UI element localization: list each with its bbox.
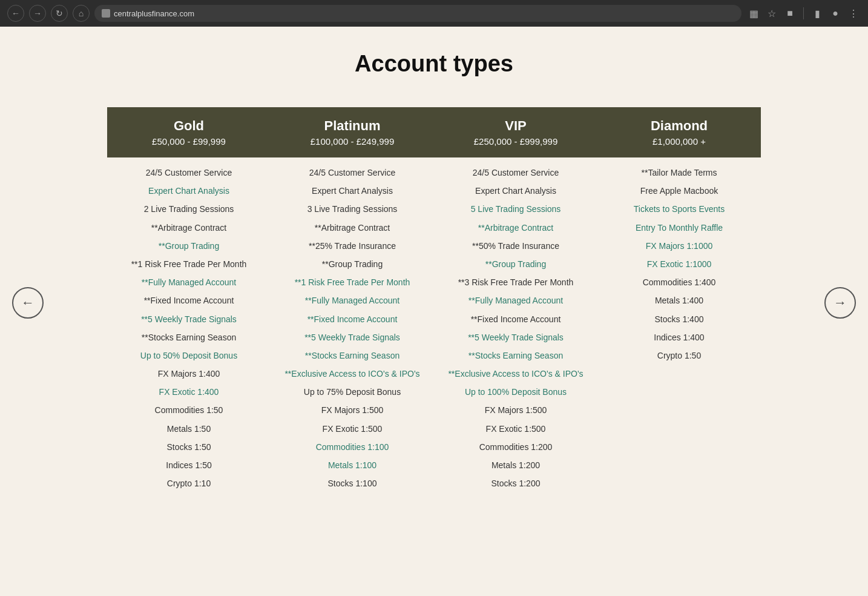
list-item: **Fixed Income Account (443, 310, 588, 328)
list-item: **1 Risk Free Trade Per Month (116, 255, 261, 273)
menu-icon[interactable]: ⋮ (846, 6, 861, 21)
list-item: Crypto 1:50 (607, 346, 752, 365)
gold-card-header: Gold £50,000 - £99,999 (107, 107, 271, 157)
list-item: **Fixed Income Account (116, 291, 261, 310)
list-item: **Fully Managed Account (443, 291, 588, 310)
url-bar[interactable]: centralplusfinance.com (94, 5, 741, 22)
list-item: Tickets to Sports Events (607, 200, 752, 218)
gold-card-range: £50,000 - £99,999 (113, 136, 265, 147)
list-item: FX Majors 1:500 (280, 401, 425, 419)
list-item: Stocks 1:200 (443, 474, 588, 492)
list-item: Expert Chart Analysis (116, 182, 261, 200)
back-button[interactable]: ← (7, 5, 24, 22)
cards-wrapper: ← Gold £50,000 - £99,999 24/5 Customer S… (12, 107, 856, 498)
platinum-card-features: 24/5 Customer Service Expert Chart Analy… (271, 157, 434, 498)
list-item: Stocks 1:100 (280, 474, 425, 492)
list-item: Commodities 1:200 (443, 438, 588, 456)
diamond-card-title: Diamond (603, 118, 755, 134)
list-item: Metals 1:100 (280, 456, 425, 474)
list-item: FX Majors 1:400 (116, 365, 261, 383)
gold-card-features: 24/5 Customer Service Expert Chart Analy… (107, 157, 271, 498)
browser-chrome: ← → ↻ ⌂ centralplusfinance.com ▦ ☆ ■ ▮ ●… (0, 0, 868, 27)
extensions-icon[interactable]: ■ (783, 6, 797, 21)
list-item: Commodities 1:400 (607, 273, 752, 291)
platinum-card-range: £100,000 - £249,999 (277, 136, 428, 147)
refresh-button[interactable]: ↻ (51, 5, 68, 22)
list-item: FX Majors 1:1000 (607, 237, 752, 255)
vip-card-title: VIP (440, 118, 591, 134)
list-item: FX Exotic 1:400 (116, 383, 261, 401)
profile-icon[interactable]: ● (828, 6, 843, 21)
screenshot-icon[interactable]: ▦ (746, 6, 761, 21)
list-item: **Fully Managed Account (280, 291, 425, 310)
list-item: **Stocks Earning Season (116, 328, 261, 346)
list-item: **Group Trading (443, 255, 588, 273)
diamond-card-header: Diamond £1,000,000 + (597, 107, 761, 157)
list-item: 2 Live Trading Sessions (116, 200, 261, 218)
list-item: **5 Weekly Trade Signals (116, 310, 261, 328)
list-item: 24/5 Customer Service (443, 164, 588, 182)
vip-card-features: 24/5 Customer Service Expert Chart Analy… (434, 157, 597, 498)
sidebar-icon[interactable]: ▮ (810, 6, 824, 21)
platinum-card-header: Platinum £100,000 - £249,999 (271, 107, 434, 157)
list-item: 3 Live Trading Sessions (280, 200, 425, 218)
list-item: **Fixed Income Account (280, 310, 425, 328)
list-item: Expert Chart Analysis (280, 182, 425, 200)
list-item: **Stocks Earning Season (280, 346, 425, 365)
list-item: Up to 50% Deposit Bonus (116, 346, 261, 365)
star-icon[interactable]: ☆ (764, 6, 779, 21)
list-item: Free Apple Macbook (607, 182, 752, 200)
platinum-card: Platinum £100,000 - £249,999 24/5 Custom… (271, 107, 434, 498)
list-item: FX Majors 1:500 (443, 401, 588, 419)
list-item: Indices 1:50 (116, 456, 261, 474)
cards-container: Gold £50,000 - £99,999 24/5 Customer Ser… (12, 107, 856, 498)
list-item: **Group Trading (116, 237, 261, 255)
list-item: **Exclusive Access to ICO's & IPO's (443, 365, 588, 383)
diamond-card: Diamond £1,000,000 + **Tailor Made Terms… (597, 107, 761, 498)
vip-card: VIP £250,000 - £999,999 24/5 Customer Se… (434, 107, 597, 498)
vip-card-range: £250,000 - £999,999 (440, 136, 591, 147)
list-item: Up to 75% Deposit Bonus (280, 383, 425, 401)
prev-button[interactable]: ← (12, 287, 44, 319)
vip-card-header: VIP £250,000 - £999,999 (434, 107, 597, 157)
page-title: Account types (12, 51, 856, 77)
home-button[interactable]: ⌂ (73, 5, 90, 22)
list-item: Expert Chart Analysis (443, 182, 588, 200)
list-item: **Exclusive Access to ICO's & IPO's (280, 365, 425, 383)
list-item: **Tailor Made Terms (607, 164, 752, 182)
list-item: **5 Weekly Trade Signals (443, 328, 588, 346)
gold-card: Gold £50,000 - £99,999 24/5 Customer Ser… (107, 107, 271, 498)
list-item: **25% Trade Insurance (280, 237, 425, 255)
site-icon (102, 9, 110, 18)
divider (803, 7, 804, 19)
list-item: Metals 1:50 (116, 420, 261, 438)
url-text: centralplusfinance.com (114, 9, 194, 18)
browser-actions: ▦ ☆ ■ ▮ ● ⋮ (746, 6, 861, 21)
list-item: Indices 1:400 (607, 328, 752, 346)
forward-button[interactable]: → (29, 5, 46, 22)
list-item: Metals 1:400 (607, 291, 752, 310)
list-item: **Arbitrage Contract (280, 219, 425, 237)
list-item: FX Exotic 1:500 (280, 420, 425, 438)
list-item: Commodities 1:50 (116, 401, 261, 419)
list-item: Crypto 1:10 (116, 474, 261, 492)
list-item: Stocks 1:400 (607, 310, 752, 328)
next-button[interactable]: → (824, 287, 856, 319)
list-item: Commodities 1:100 (280, 438, 425, 456)
list-item: 5 Live Trading Sessions (443, 200, 588, 218)
gold-card-title: Gold (113, 118, 265, 134)
list-item: FX Exotic 1:1000 (607, 255, 752, 273)
list-item: Metals 1:200 (443, 456, 588, 474)
list-item: **Arbitrage Contract (443, 219, 588, 237)
list-item: **50% Trade Insurance (443, 237, 588, 255)
list-item: **1 Risk Free Trade Per Month (280, 273, 425, 291)
list-item: Stocks 1:50 (116, 438, 261, 456)
list-item: **Fully Managed Account (116, 273, 261, 291)
list-item: FX Exotic 1:500 (443, 420, 588, 438)
list-item: Entry To Monthly Raffle (607, 219, 752, 237)
diamond-card-range: £1,000,000 + (603, 136, 755, 147)
list-item: 24/5 Customer Service (116, 164, 261, 182)
list-item: **3 Risk Free Trade Per Month (443, 273, 588, 291)
list-item: 24/5 Customer Service (280, 164, 425, 182)
diamond-card-features: **Tailor Made Terms Free Apple Macbook T… (597, 157, 761, 371)
